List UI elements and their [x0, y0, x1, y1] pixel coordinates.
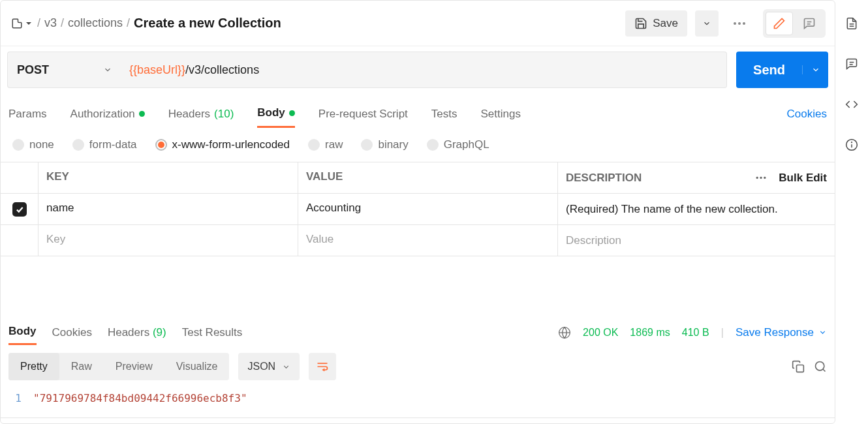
status-dot-icon: [289, 110, 295, 116]
row-value-input[interactable]: Accounting: [298, 194, 558, 224]
tab-authorization[interactable]: Authorization: [70, 101, 145, 127]
comment-mode-button[interactable]: [796, 12, 823, 35]
save-icon: [634, 17, 647, 30]
tab-settings[interactable]: Settings: [481, 101, 521, 127]
language-label: JSON: [247, 361, 275, 372]
resp-tab-cookies[interactable]: Cookies: [52, 321, 92, 344]
tab-headers-label: Headers: [168, 108, 210, 121]
kv-desc-header: DESCRIPTION Bulk Edit: [558, 162, 835, 193]
tab-body[interactable]: Body: [257, 100, 295, 128]
save-button-label: Save: [653, 17, 678, 30]
chevron-down-icon: [818, 328, 827, 337]
view-pretty[interactable]: Pretty: [8, 353, 59, 380]
row-desc-input[interactable]: (Required) The name of the new collectio…: [558, 194, 835, 224]
row-value-input[interactable]: Value: [298, 225, 558, 256]
body-type-binary[interactable]: binary: [361, 138, 408, 151]
save-response-label: Save Response: [736, 326, 814, 339]
view-raw[interactable]: Raw: [59, 353, 104, 380]
resp-tab-body[interactable]: Body: [8, 320, 37, 345]
radio-label: GraphQL: [444, 138, 489, 151]
save-response-button[interactable]: Save Response: [736, 326, 827, 339]
row-desc-input[interactable]: Description: [558, 225, 835, 256]
svg-point-20: [852, 142, 852, 143]
response-content: "7917969784f84bd09442f66996ecb8f3": [33, 392, 247, 404]
radio-label: x-www-form-urlencoded: [172, 138, 290, 151]
breadcrumb-title[interactable]: Create a new Collection: [134, 16, 281, 31]
comments-icon[interactable]: [845, 57, 858, 70]
documentation-icon[interactable]: [845, 17, 858, 30]
send-button-label: Send: [736, 63, 802, 78]
more-options-button[interactable]: [726, 10, 752, 37]
svg-point-0: [734, 22, 736, 25]
radio-label: raw: [325, 138, 343, 151]
bulk-edit-button[interactable]: Bulk Edit: [779, 172, 827, 185]
tab-prerequest[interactable]: Pre-request Script: [318, 101, 408, 127]
cookies-link[interactable]: Cookies: [787, 101, 827, 127]
row-checkbox[interactable]: [1, 194, 39, 224]
svg-point-6: [760, 177, 762, 179]
radio-label: none: [29, 138, 54, 151]
send-button[interactable]: Send: [736, 52, 828, 88]
body-type-none[interactable]: none: [12, 138, 54, 151]
breadcrumb-sep: /: [33, 16, 44, 30]
body-type-urlencoded[interactable]: x-www-form-urlencoded: [155, 138, 290, 151]
table-row: Key Value Description: [1, 225, 835, 256]
kv-check-header: [1, 162, 39, 193]
send-dropdown-button[interactable]: [802, 65, 828, 74]
table-row: name Accounting (Required) The name of t…: [1, 194, 835, 225]
dots-icon[interactable]: [755, 176, 767, 179]
row-key-input[interactable]: name: [39, 194, 298, 224]
info-icon[interactable]: [845, 138, 858, 151]
resp-tab-headers[interactable]: Headers (9): [108, 321, 166, 344]
resp-tab-headers-label: Headers: [108, 326, 149, 339]
save-dropdown-button[interactable]: [695, 10, 719, 37]
body-type-form-data[interactable]: form-data: [72, 138, 137, 151]
dots-icon: [733, 22, 746, 25]
svg-point-7: [764, 177, 766, 179]
kv-desc-header-label: DESCRIPTION: [566, 172, 642, 185]
build-mode-button[interactable]: [766, 12, 793, 35]
kv-value-header: VALUE: [298, 162, 558, 193]
url-input[interactable]: {{baseUrl}}/v3/collections: [121, 52, 727, 88]
tab-body-label: Body: [257, 106, 285, 119]
save-button[interactable]: Save: [625, 10, 687, 37]
svg-rect-11: [797, 365, 804, 372]
chevron-down-icon: [282, 363, 290, 371]
copy-icon[interactable]: [792, 360, 805, 373]
tab-tests[interactable]: Tests: [431, 101, 457, 127]
view-mode-group: Pretty Raw Preview Visualize: [8, 353, 229, 380]
line-number: 1: [10, 392, 33, 404]
breadcrumb-folder-icon[interactable]: [10, 16, 33, 31]
chevron-down-icon: [811, 65, 820, 74]
breadcrumb-sep: /: [123, 16, 134, 30]
svg-line-13: [823, 369, 826, 372]
view-preview[interactable]: Preview: [104, 353, 164, 380]
status-code: 200 OK: [583, 327, 618, 339]
row-key-input[interactable]: Key: [39, 225, 298, 256]
tab-headers[interactable]: Headers (10): [168, 101, 234, 127]
kv-key-header: KEY: [39, 162, 298, 193]
status-time: 1869 ms: [630, 327, 670, 339]
tab-params[interactable]: Params: [8, 101, 47, 127]
breadcrumb-seg1[interactable]: v3: [44, 16, 57, 30]
radio-label: form-data: [89, 138, 137, 151]
method-select[interactable]: POST: [7, 52, 121, 88]
status-dot-icon: [139, 111, 145, 117]
body-type-raw[interactable]: raw: [308, 138, 343, 151]
globe-icon[interactable]: [558, 326, 571, 339]
search-icon[interactable]: [814, 360, 827, 373]
code-icon[interactable]: [845, 98, 858, 111]
wrap-lines-button[interactable]: [309, 353, 336, 380]
radio-label: binary: [378, 138, 408, 151]
breadcrumb-seg2[interactable]: collections: [68, 16, 123, 30]
resp-tab-test-results[interactable]: Test Results: [182, 321, 243, 344]
tab-authorization-label: Authorization: [70, 108, 135, 121]
language-select[interactable]: JSON: [238, 353, 300, 380]
svg-point-2: [743, 22, 745, 25]
pencil-icon: [773, 17, 786, 30]
body-type-graphql[interactable]: GraphQL: [427, 138, 489, 151]
svg-point-5: [756, 177, 758, 179]
row-checkbox: [1, 225, 39, 256]
view-visualize[interactable]: Visualize: [164, 353, 230, 380]
wrap-icon: [316, 360, 329, 373]
